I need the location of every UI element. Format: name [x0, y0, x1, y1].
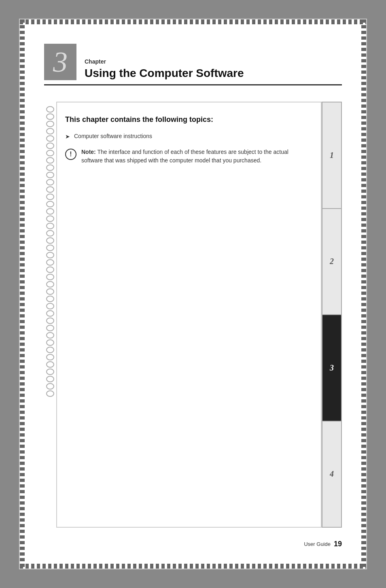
- ring: [46, 164, 54, 171]
- toc-heading: This chapter contains the following topi…: [65, 115, 309, 125]
- tab-4-label: 4: [330, 469, 334, 479]
- ring: [46, 128, 54, 134]
- ring: [46, 201, 54, 207]
- ring: [46, 259, 54, 266]
- chapter-tabs: 1 2 3 4: [322, 102, 342, 528]
- note-icon-symbol: !: [70, 151, 72, 158]
- ring: [46, 230, 54, 236]
- footer: User Guide 19: [44, 536, 342, 548]
- ring: [46, 390, 54, 397]
- toc-item: ➤ Computer software instructions: [65, 133, 309, 140]
- ring: [46, 296, 54, 302]
- ring: [46, 383, 54, 390]
- dashed-border-left: [20, 19, 25, 569]
- note-exclamation-icon: !: [65, 149, 76, 160]
- chapter-header: 3 Chapter Using the Computer Software: [44, 44, 342, 80]
- spiral-rings: [44, 102, 56, 528]
- ring: [46, 369, 54, 375]
- chapter-tab-1[interactable]: 1: [322, 102, 341, 209]
- chapter-label-title: Chapter Using the Computer Software: [85, 58, 342, 80]
- ring: [46, 288, 54, 295]
- ring: [46, 186, 54, 193]
- note-text: Note: The interface and function of each…: [81, 148, 309, 165]
- ring: [46, 172, 54, 178]
- chapter-number-box: 3: [44, 44, 76, 80]
- ring: [46, 208, 54, 215]
- ring: [46, 194, 54, 200]
- note-body: The interface and function of each of th…: [81, 149, 288, 164]
- notebook-container: This chapter contains the following topi…: [44, 102, 342, 528]
- ring: [46, 332, 54, 339]
- dashed-border-right: [361, 19, 366, 569]
- ring: [46, 317, 54, 324]
- ring: [46, 303, 54, 309]
- ring: [46, 121, 54, 127]
- ring: [46, 361, 54, 368]
- ring: [46, 310, 54, 317]
- tab-3-label: 3: [330, 363, 334, 373]
- tab-2-label: 2: [330, 257, 334, 266]
- ring: [46, 354, 54, 360]
- ring: [46, 347, 54, 353]
- main-content: This chapter contains the following topi…: [44, 102, 342, 528]
- footer-guide-label: User Guide: [304, 541, 331, 547]
- chapter-number: 3: [53, 47, 68, 77]
- ring: [46, 113, 54, 120]
- chapter-tab-3[interactable]: 3: [322, 315, 341, 422]
- notebook-inner: This chapter contains the following topi…: [56, 102, 322, 528]
- ring: [46, 143, 54, 149]
- ring: [46, 281, 54, 288]
- ring: [46, 237, 54, 244]
- ring: [46, 135, 54, 142]
- page: 3 Chapter Using the Computer Software: [19, 19, 367, 569]
- toc-arrow-icon: ➤: [65, 133, 70, 140]
- ring: [46, 266, 54, 273]
- dashed-border-top: [20, 19, 366, 24]
- ring: [46, 215, 54, 222]
- note-item: ! Note: The interface and function of ea…: [65, 148, 309, 165]
- chapter-label: Chapter: [85, 58, 342, 65]
- footer-page-number: 19: [334, 540, 342, 548]
- header-rule: [44, 84, 342, 85]
- chapter-tab-4[interactable]: 4: [322, 422, 341, 527]
- ring: [46, 150, 54, 156]
- chapter-tab-2[interactable]: 2: [322, 209, 341, 315]
- ring: [46, 252, 54, 258]
- ring: [46, 274, 54, 280]
- dashed-border-bottom: [20, 564, 366, 569]
- ring: [46, 157, 54, 164]
- tab-1-label: 1: [330, 151, 334, 160]
- toc-item-text: Computer software instructions: [74, 133, 152, 139]
- ring: [46, 376, 54, 382]
- chapter-title: Using the Computer Software: [85, 66, 342, 80]
- ring: [46, 106, 54, 113]
- note-label: Note:: [81, 149, 96, 155]
- ring: [46, 325, 54, 331]
- ring: [46, 179, 54, 185]
- ring: [46, 339, 54, 346]
- ring: [46, 223, 54, 229]
- ring: [46, 245, 54, 251]
